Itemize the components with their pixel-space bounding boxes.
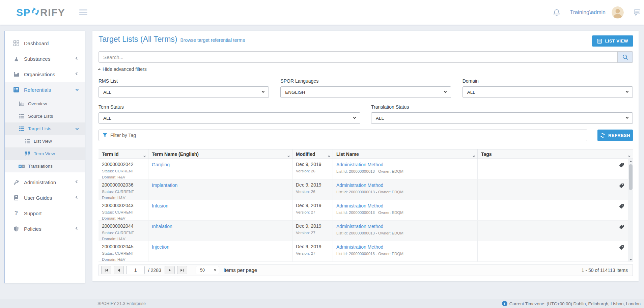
term-domain: Domain: H&V	[102, 257, 145, 261]
table-row[interactable]: 200000002045Status: CURRENTDomain: H&V I…	[99, 241, 633, 262]
term-status-select[interactable]: ALL	[99, 112, 360, 124]
sidebar-item-substances[interactable]: Substances	[5, 51, 85, 66]
chevron-down-icon	[76, 88, 79, 91]
sidebar-label: Target Lists	[28, 126, 51, 131]
tag-icon[interactable]	[619, 224, 624, 231]
sidebar-item-list-view[interactable]: List View	[5, 135, 85, 147]
sidebar-item-user-guides[interactable]: User Guides	[5, 190, 85, 205]
last-page-button[interactable]	[177, 266, 187, 274]
term-name-link[interactable]: Inhalation	[152, 224, 172, 229]
caret-up-icon	[98, 68, 101, 71]
list-name-link[interactable]: Administration Method	[336, 203, 383, 208]
chevron-left-icon	[76, 180, 79, 184]
chevron-down-icon	[626, 116, 628, 119]
list-name-link[interactable]: Administration Method	[336, 183, 383, 188]
scroll-down-icon[interactable]	[628, 257, 633, 262]
list-name-link[interactable]: Administration Method	[336, 244, 383, 250]
logged-in-user[interactable]: Training\admin	[570, 9, 606, 16]
table-row[interactable]: 200000002043Status: CURRENTDomain: H&V I…	[99, 200, 633, 221]
table-row[interactable]: 200000002044Status: CURRENTDomain: H&V I…	[99, 221, 633, 241]
feedback-chat-icon[interactable]	[634, 9, 640, 16]
logo-text-rify: RIFY	[40, 7, 65, 18]
sidebar-item-translations[interactable]: Translations	[5, 160, 85, 172]
previous-page-button[interactable]	[114, 266, 124, 274]
items-per-page-select[interactable]: 50	[196, 266, 219, 274]
tag-icon[interactable]	[619, 245, 624, 251]
chevron-down-icon	[214, 268, 216, 271]
term-status: Status: CURRENT	[102, 168, 145, 174]
sidebar-item-policies[interactable]: Policies	[5, 221, 85, 236]
column-menu-icon[interactable]	[144, 152, 145, 158]
hide-advanced-filters-toggle[interactable]: Hide advanced filters	[99, 66, 147, 72]
avatar[interactable]	[612, 6, 624, 19]
notifications-bell-icon[interactable]	[553, 9, 560, 16]
modified-date: Dec 9, 2019	[296, 162, 330, 167]
term-name-link[interactable]: Injection	[152, 244, 169, 250]
table-row[interactable]: 200000002036Status: CURRENTDomain: H&V I…	[99, 179, 633, 200]
tag-icon[interactable]	[619, 204, 624, 210]
timezone-label: Current Timezone: (UTC+00:00) Dublin, Ed…	[509, 301, 641, 306]
chevron-down-icon	[262, 90, 264, 93]
filter-by-tag-input[interactable]	[99, 130, 587, 141]
rms-list-select[interactable]: ALL	[99, 86, 269, 98]
scroll-up-icon[interactable]	[628, 159, 633, 164]
next-page-button[interactable]	[165, 266, 175, 274]
hamburger-menu-icon[interactable]	[79, 8, 87, 17]
column-menu-icon[interactable]	[328, 152, 330, 158]
spor-languages-select[interactable]: ENGLISH	[280, 86, 451, 98]
column-menu-icon[interactable]	[628, 152, 630, 158]
first-page-button[interactable]	[101, 266, 111, 274]
translation-status-select[interactable]: ALL	[371, 112, 633, 124]
sidebar-label: Source Lists	[28, 114, 53, 119]
sidebar-label: Translations	[28, 164, 53, 169]
table-row[interactable]: 200000002042Status: CURRENTDomain: H&V G…	[99, 159, 633, 179]
sidebar-label: Substances	[24, 56, 50, 62]
search-input[interactable]	[99, 51, 633, 63]
table-scrollbar[interactable]	[628, 159, 633, 262]
term-name-link[interactable]: Gargling	[152, 162, 170, 167]
main-content-panel: Target Lists (All Terms) Browse target r…	[92, 31, 639, 281]
scrollbar-thumb[interactable]	[629, 164, 633, 190]
sidebar-item-dashboard[interactable]: Dashboard	[5, 35, 85, 51]
refresh-button[interactable]: REFRESH	[597, 130, 633, 141]
sidebar-item-term-view[interactable]: Term View	[5, 147, 85, 160]
translate-icon	[19, 165, 25, 168]
sidebar-label: Policies	[24, 226, 41, 232]
column-menu-icon[interactable]	[288, 152, 289, 158]
list-icon	[24, 139, 30, 143]
spor-languages-label: SPOR Languages	[280, 78, 451, 84]
domain-select[interactable]: ALL	[463, 86, 633, 98]
tag-icon[interactable]	[619, 183, 624, 190]
app-version: SPORIFY 21.3 Enterprise	[97, 301, 146, 306]
term-name-link[interactable]: Infusion	[152, 203, 168, 208]
app-logo[interactable]: SP RIFY	[16, 7, 65, 18]
sidebar-label: User Guides	[24, 195, 52, 201]
column-menu-icon[interactable]	[473, 152, 475, 158]
sidebar-item-overview[interactable]: Overview	[5, 97, 85, 110]
col-term-name: Term Name (English)	[152, 151, 199, 157]
sidebar-item-organisations[interactable]: Organisations	[5, 66, 85, 82]
list-view-icon	[597, 39, 602, 44]
domain-value: ALL	[467, 90, 475, 95]
tag-icon[interactable]	[619, 163, 624, 169]
page-title: Target Lists (All Terms)	[99, 35, 177, 44]
term-status: Status: CURRENT	[102, 251, 145, 257]
version: Version: 26	[296, 168, 330, 174]
term-name-link[interactable]: Implantation	[152, 183, 177, 188]
list-view-button[interactable]: LIST VIEW	[592, 35, 633, 47]
refresh-button-label: REFRESH	[608, 133, 630, 138]
sidebar-item-administration[interactable]: Administration	[5, 174, 85, 190]
sidebar-item-support[interactable]: Support	[5, 205, 85, 221]
term-domain: Domain: H&V	[102, 236, 145, 241]
search-button[interactable]	[617, 51, 633, 63]
sidebar-item-source-lists[interactable]: Source Lists	[5, 110, 85, 122]
list-name-link[interactable]: Administration Method	[336, 224, 383, 229]
term-id: 200000002043	[102, 203, 145, 208]
sidebar-label: List View	[34, 139, 52, 144]
col-list-name: List Name	[336, 151, 359, 157]
sidebar-item-referentials[interactable]: Referentials	[5, 82, 85, 97]
sidebar-item-target-lists[interactable]: Target Lists	[5, 122, 85, 135]
list-name-link[interactable]: Administration Method	[336, 162, 383, 167]
page-number-input[interactable]	[126, 266, 145, 274]
modified-date: Dec 9, 2019	[296, 182, 330, 188]
